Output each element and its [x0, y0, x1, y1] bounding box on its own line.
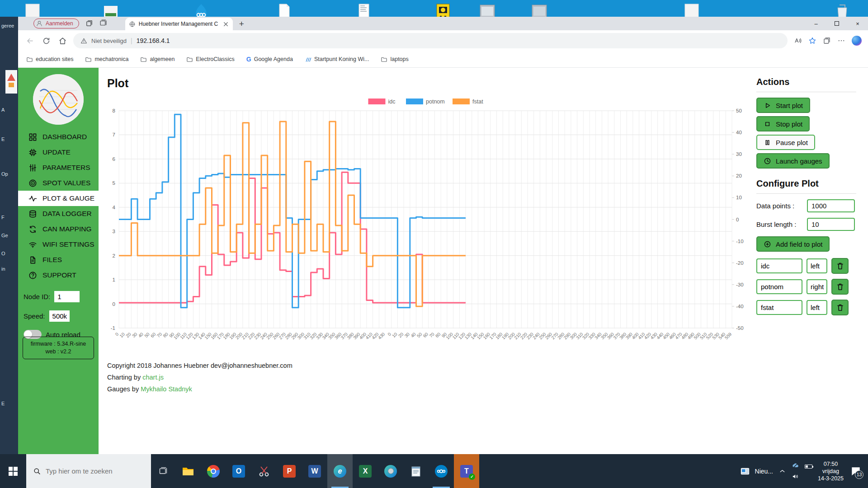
field-axis-input[interactable] — [807, 279, 827, 294]
delete-field-button[interactable] — [831, 258, 849, 274]
taskbar-app-excel[interactable]: X — [353, 454, 378, 488]
start-plot-button[interactable]: Start plot — [756, 98, 810, 113]
desktop-icon[interactable] — [479, 2, 495, 17]
read-aloud-icon[interactable] — [794, 37, 802, 45]
taskbar-app-teams[interactable]: T✓ — [454, 454, 479, 488]
vertical-tabs-icon[interactable] — [99, 19, 107, 27]
settings-dots-icon[interactable] — [837, 37, 845, 45]
desktop-icon[interactable] — [277, 2, 293, 17]
bookmark-item[interactable]: education sites — [26, 56, 73, 63]
speaker-icon[interactable] — [792, 473, 799, 480]
sidebar-item-spot-values[interactable]: SPOT VALUES — [18, 175, 99, 191]
node-id-input[interactable] — [54, 291, 80, 302]
chartjs-link[interactable]: chart.js — [142, 374, 164, 381]
workspaces-icon[interactable] — [85, 19, 93, 27]
notification-badge: 13 — [855, 470, 863, 479]
field-name-input[interactable] — [756, 300, 802, 315]
delete-field-button[interactable] — [831, 279, 849, 295]
desktop-icon[interactable] — [103, 2, 119, 17]
taskbar-app-outlook[interactable]: O — [226, 454, 251, 488]
taskbar-app-word[interactable]: W — [302, 454, 327, 488]
taskbar-app-nextcloud[interactable] — [429, 454, 454, 488]
data-points-input[interactable] — [807, 199, 855, 212]
sidebar-item-support[interactable]: SUPPORT — [18, 267, 99, 283]
sidebar-item-dashboard[interactable]: DASHBOARD — [18, 129, 99, 145]
bookmark-item[interactable]: ElectroClassics — [186, 56, 234, 63]
browser-titlebar: Aanmelden Huebner Inverter Management C … — [18, 17, 868, 30]
sidebar-item-data-logger[interactable]: DATA LOGGER — [18, 206, 99, 221]
address-bar[interactable]: Niet beveiligd | 192.168.4.1 — [73, 33, 788, 48]
system-tray: Nieu... 07:50 vrijdag 14-3-2025 13 — [739, 460, 868, 482]
maximize-button[interactable] — [826, 17, 847, 30]
desktop-background — [0, 0, 868, 17]
bookmark-item[interactable]: algemeen — [140, 56, 175, 63]
minimize-button[interactable]: – — [806, 17, 826, 30]
field-axis-input[interactable] — [807, 300, 827, 315]
desktop-icon[interactable] — [834, 2, 850, 17]
pause-plot-button[interactable]: Pause plot — [756, 135, 815, 150]
copilot-icon[interactable] — [852, 36, 862, 46]
taskbar-app-chrome[interactable] — [201, 454, 226, 488]
sidebar-item-can-mapping[interactable]: CAN MAPPING — [18, 221, 99, 237]
taskbar-app-edge-profile[interactable] — [378, 454, 403, 488]
speed-input[interactable] — [49, 310, 70, 322]
configure-plot-title: Configure Plot — [756, 178, 856, 189]
field-axis-input[interactable] — [807, 258, 827, 273]
back-icon[interactable] — [26, 37, 34, 45]
taskbar-app-powerpoint[interactable]: P — [277, 454, 302, 488]
tab-close-icon[interactable] — [222, 21, 229, 28]
start-button[interactable] — [0, 454, 26, 488]
browser-tab[interactable]: Huebner Inverter Management C — [125, 18, 233, 30]
sidebar-item-files[interactable]: FILES — [18, 252, 99, 267]
desktop-icon[interactable] — [531, 2, 547, 17]
chevron-up-icon[interactable] — [778, 467, 786, 475]
field-name-input[interactable] — [756, 258, 802, 273]
bookmark-item[interactable]: Startpunt Koning Wi... — [305, 56, 369, 63]
onedrive-icon[interactable] — [792, 462, 799, 469]
bookmark-item[interactable]: GGoogle Agenda — [246, 56, 293, 62]
stop-plot-button[interactable]: Stop plot — [756, 116, 810, 131]
new-tab-button[interactable]: + — [239, 19, 244, 28]
taskbar-app-snipping-tool[interactable] — [251, 454, 277, 488]
gauges-author-link[interactable]: Mykhailo Stadnyk — [141, 385, 192, 393]
svg-text:0: 0 — [736, 217, 739, 222]
desktop-icon[interactable] — [684, 2, 700, 17]
search-input[interactable] — [46, 467, 136, 475]
taskbar-search[interactable] — [26, 454, 151, 488]
taskbar-app-notepad[interactable] — [403, 454, 429, 488]
home-icon[interactable] — [58, 37, 67, 45]
news-widget[interactable]: Nieu... — [739, 466, 773, 476]
sidebar-item-plot-gauge[interactable]: PLOT & GAUGE — [18, 191, 99, 206]
task-view-button[interactable] — [151, 454, 175, 488]
burst-length-input[interactable] — [807, 218, 855, 231]
field-name-input[interactable] — [756, 279, 802, 294]
notifications-button[interactable]: 13 — [849, 465, 863, 477]
svg-text:-20: -20 — [736, 260, 744, 266]
taskbar-app-edge[interactable]: e — [327, 454, 353, 488]
desktop-icon[interactable] — [435, 2, 451, 17]
chip-icon — [28, 148, 37, 157]
add-field-button[interactable]: Add field to plot — [756, 236, 830, 252]
background-text-fragment: E — [1, 136, 5, 142]
svg-text:idc: idc — [388, 99, 396, 105]
svg-text:potnom: potnom — [426, 99, 445, 105]
profile-button[interactable]: Aanmelden — [33, 19, 79, 28]
bookmark-item[interactable]: mechatronica — [85, 56, 128, 63]
sidebar-item-update[interactable]: UPDATE — [18, 145, 99, 160]
sidebar-item-parameters[interactable]: PARAMETERS — [18, 160, 99, 175]
battery-icon[interactable] — [805, 465, 812, 469]
collections-icon[interactable] — [823, 37, 831, 45]
desktop-icon[interactable] — [25, 2, 41, 17]
taskbar-clock[interactable]: 07:50 vrijdag 14-3-2025 — [818, 460, 844, 482]
refresh-icon[interactable] — [42, 37, 51, 45]
desktop-icon[interactable] — [356, 2, 373, 17]
favorite-star-icon[interactable] — [808, 37, 816, 45]
sidebar-item-wifi-settings[interactable]: WIFI SETTINGS — [18, 237, 99, 252]
taskbar-app-file-explorer[interactable] — [175, 454, 201, 488]
delete-field-button[interactable] — [831, 300, 849, 315]
desktop-icon[interactable] — [193, 2, 210, 17]
background-text-fragment: A — [1, 107, 5, 113]
launch-gauges-button[interactable]: Launch gauges — [756, 153, 830, 169]
close-button[interactable]: × — [847, 17, 868, 30]
bookmark-item[interactable]: laptops — [381, 56, 408, 63]
